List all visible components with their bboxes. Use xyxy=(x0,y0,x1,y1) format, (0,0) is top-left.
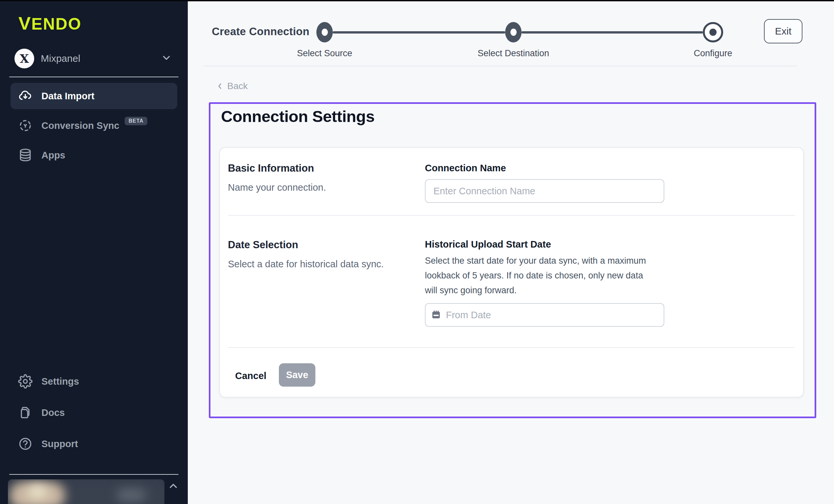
docs-icon xyxy=(18,405,33,420)
stepper-connector xyxy=(522,31,703,34)
basic-information-description: Name your connection. xyxy=(228,182,326,193)
sidebar-nav: Data Import Conversion Sync BETA xyxy=(10,83,177,172)
from-date-input[interactable] xyxy=(425,303,664,327)
connection-settings-panel: Connection Settings Basic Information Na… xyxy=(209,102,816,418)
blurred-highlight xyxy=(28,485,47,498)
wizard-header: Create Connection Select Source Select D… xyxy=(188,0,834,66)
sidebar-divider xyxy=(9,76,179,77)
basic-information-title: Basic Information xyxy=(228,162,314,174)
main-content: Create Connection Select Source Select D… xyxy=(188,0,834,504)
sidebar-item-support[interactable]: Support xyxy=(10,431,177,457)
page-title: Create Connection xyxy=(212,25,309,38)
database-icon xyxy=(18,148,33,163)
section-divider xyxy=(228,215,795,216)
conversion-sync-icon xyxy=(18,118,33,133)
from-date-field xyxy=(425,303,664,327)
chevron-left-icon xyxy=(215,82,225,91)
blurred-content xyxy=(61,479,164,504)
chevron-down-icon xyxy=(161,52,172,65)
date-selection-title: Date Selection xyxy=(228,239,298,251)
vendo-logo: VENDO xyxy=(18,14,82,34)
sidebar-item-label: Settings xyxy=(41,376,79,387)
date-help-text: Select the start date for your data sync… xyxy=(425,254,652,298)
back-label: Back xyxy=(227,81,248,91)
sidebar-item-data-import[interactable]: Data Import xyxy=(10,83,177,109)
window-top-edge xyxy=(0,0,834,1)
sidebar-item-label: Docs xyxy=(41,407,65,418)
cloud-download-icon xyxy=(18,88,33,104)
exit-button[interactable]: Exit xyxy=(764,19,803,43)
sidebar-item-conversion-sync[interactable]: Conversion Sync BETA xyxy=(10,112,177,139)
cancel-button[interactable]: Cancel xyxy=(233,370,268,382)
sidebar-item-label: Apps xyxy=(41,150,65,161)
step-dot-inner xyxy=(322,29,328,36)
step-configure-dot[interactable] xyxy=(703,22,723,42)
step-label-select-destination: Select Destination xyxy=(454,48,573,59)
sidebar-item-label: Conversion Sync xyxy=(41,120,119,131)
beta-badge: BETA xyxy=(125,117,148,125)
step-select-destination-dot[interactable] xyxy=(505,22,522,42)
settings-card: Basic Information Name your connection. … xyxy=(219,147,804,397)
step-label-configure: Configure xyxy=(654,48,772,59)
sidebar-item-label: Support xyxy=(41,439,78,450)
sidebar: VENDO X Mixpanel Data Import xyxy=(0,0,188,504)
historical-upload-start-date-label: Historical Upload Start Date xyxy=(425,239,551,250)
sidebar-item-label: Data Import xyxy=(41,91,94,102)
date-selection-description: Select a date for historical data sync. xyxy=(228,259,384,269)
chevron-up-icon[interactable] xyxy=(166,479,180,493)
step-dot-inner xyxy=(709,29,717,36)
sidebar-item-settings[interactable]: Settings xyxy=(10,368,177,395)
save-button[interactable]: Save xyxy=(279,363,315,387)
back-link[interactable]: Back xyxy=(215,81,248,91)
step-label-select-source: Select Source xyxy=(265,48,384,59)
stepper-connector xyxy=(333,31,505,34)
user-account-blurred[interactable] xyxy=(8,479,164,504)
header-divider xyxy=(203,66,797,66)
workspace-switcher[interactable]: X Mixpanel xyxy=(15,48,175,69)
connection-name-label: Connection Name xyxy=(425,163,506,174)
panel-title: Connection Settings xyxy=(221,107,375,126)
gear-icon xyxy=(18,374,33,389)
blurred-text xyxy=(116,488,146,502)
sidebar-item-docs[interactable]: Docs xyxy=(10,399,177,426)
sidebar-divider xyxy=(9,474,179,475)
mixpanel-logo-icon: X xyxy=(15,49,34,68)
section-divider xyxy=(228,347,795,348)
help-icon xyxy=(18,436,33,452)
workspace-name: Mixpanel xyxy=(41,53,161,64)
sidebar-item-apps[interactable]: Apps xyxy=(10,142,177,168)
step-dot-inner xyxy=(510,29,517,36)
step-select-source-dot[interactable] xyxy=(316,22,333,42)
sidebar-bottom-nav: Settings Docs Support xyxy=(10,368,177,462)
connection-name-input[interactable] xyxy=(425,179,664,203)
calendar-icon xyxy=(431,309,441,321)
